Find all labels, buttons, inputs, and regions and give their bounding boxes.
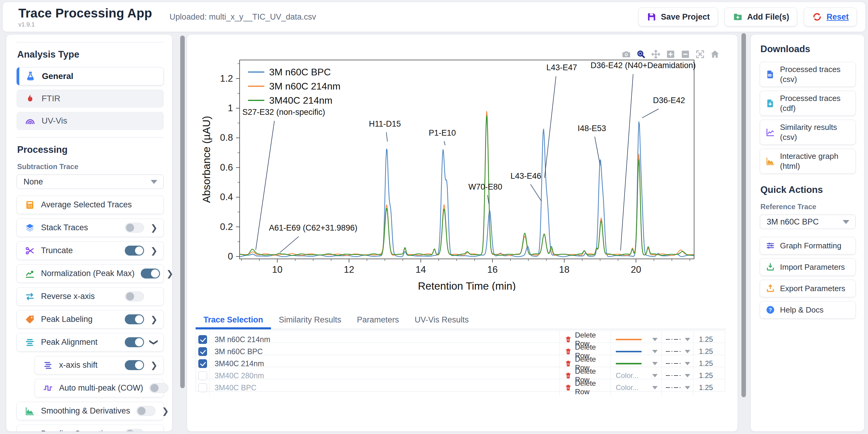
svg-text:18: 18 [559, 264, 569, 275]
processing-item-auto-multi-peak-cow-[interactable]: Auto multi-peak (COW)❯ [35, 379, 164, 397]
svg-text:3M n60C BPC: 3M n60C BPC [269, 67, 331, 78]
sidebar-item-label: FTIR [41, 94, 60, 103]
swap-arrows-icon [25, 291, 35, 302]
chevron-right-icon[interactable]: ❯ [150, 314, 158, 324]
zoom-icon[interactable] [636, 49, 646, 59]
line-style-select[interactable] [661, 379, 693, 396]
processing-item-reverse-x-axis[interactable]: Reverse x-axis❯ [17, 287, 164, 306]
reset-axes-icon[interactable] [710, 49, 720, 59]
chevron-right-icon[interactable]: ❯ [150, 223, 158, 233]
autoscale-icon[interactable] [695, 49, 705, 59]
tab-uv-vis-results[interactable]: UV-Vis Results [407, 311, 477, 329]
sidebar-item-ftir[interactable]: FTIR [17, 90, 164, 107]
toggle-on[interactable] [125, 337, 144, 347]
tab-similarity-results[interactable]: Similarity Results [271, 311, 349, 329]
trash-icon [564, 347, 572, 355]
csv-file-icon: CSV [766, 70, 775, 79]
processing-item-label: Truncate [41, 246, 119, 255]
chromatogram-chart[interactable]: 10121416182000.20.40.60.811.2Retention T… [197, 41, 707, 292]
square-wave-icon [25, 429, 35, 432]
download-processed-traces-csv-[interactable]: CSVProcessed traces (csv) [760, 62, 856, 87]
toggle-off[interactable] [125, 223, 144, 233]
toggle-off[interactable] [125, 291, 144, 301]
download-interactive-graph-html-[interactable]: Interactive graph (html) [760, 149, 856, 174]
area-chart-icon [25, 406, 35, 416]
sidebar-scrollbar[interactable] [180, 36, 185, 388]
color-placeholder: Color... [616, 371, 639, 380]
checkbox-checked[interactable] [198, 359, 207, 368]
processing-item-x-axis-shift[interactable]: x-axis shift❯ [35, 356, 164, 374]
zoom-in-icon[interactable] [665, 49, 676, 59]
processing-item-label: Smoothing & Derivatives [41, 406, 130, 415]
sidebar-item-general[interactable]: General [17, 67, 164, 85]
checkbox-unchecked[interactable] [198, 371, 207, 380]
download-processed-traces-cdf-[interactable]: Processed traces (cdf) [760, 91, 856, 116]
delete-row-button[interactable]: Delete Row [560, 379, 611, 396]
chevron-right-icon[interactable]: ❯ [161, 406, 169, 416]
subtraction-trace-value: None [24, 177, 43, 187]
main-scrollbar[interactable] [741, 33, 746, 397]
toggle-on[interactable] [125, 246, 144, 255]
chevron-right-icon[interactable]: ❯ [166, 269, 173, 278]
similarity-chart-icon [766, 127, 775, 137]
toggle-on[interactable] [125, 314, 144, 324]
svg-text:CSV: CSV [768, 74, 772, 76]
help-icon: ? [766, 305, 775, 315]
chevron-down-icon[interactable]: ❯ [149, 430, 159, 432]
processing-item-label: Peak Labeling [41, 315, 119, 324]
uploaded-file-label: Uploaded: multi_x_y__TIC_UV_data.csv [170, 12, 316, 22]
rainbow-icon [25, 116, 36, 126]
action-help-docs[interactable]: ?Help & Docs [760, 301, 856, 318]
processing-item-baseline-correction[interactable]: Baseline Correction❯ [17, 425, 164, 432]
camera-icon[interactable] [621, 49, 631, 59]
processing-item-smoothing-derivatives[interactable]: Smoothing & Derivatives❯ [17, 402, 164, 420]
reset-button[interactable]: Reset [804, 7, 857, 26]
chevron-down-icon [685, 362, 690, 365]
tab-trace-selection[interactable]: Trace Selection [195, 311, 271, 329]
add-files-button[interactable]: Add File(s) [724, 7, 798, 26]
color-swatch [616, 351, 642, 352]
flame-icon [25, 93, 36, 104]
chart-line-icon [25, 269, 35, 279]
chevron-down-icon [151, 180, 157, 184]
page-title: Trace Processing App [19, 6, 152, 21]
processing-item-truncate[interactable]: Truncate❯ [17, 241, 164, 260]
color-select[interactable]: Color... [611, 379, 661, 396]
download-similarity-results-csv-[interactable]: Similarity results (csv) [760, 120, 856, 145]
toggle-off[interactable] [125, 429, 144, 432]
checkbox-checked[interactable] [198, 347, 207, 356]
save-project-button-label: Save Project [661, 12, 710, 22]
sidebar-item-uv-vis[interactable]: UV-Vis [17, 112, 164, 130]
toggle-on[interactable] [125, 360, 144, 370]
action-import-parameters[interactable]: Import Parameters [760, 258, 856, 276]
quick-actions-heading: Quick Actions [761, 184, 856, 195]
tab-parameters[interactable]: Parameters [349, 311, 407, 329]
action-export-parameters[interactable]: Export Parameters [760, 280, 856, 297]
zoom-out-icon[interactable] [680, 49, 690, 59]
svg-text:S27-E32 (non-specific): S27-E32 (non-specific) [242, 107, 325, 117]
save-project-button[interactable]: Save Project [638, 7, 718, 26]
reference-trace-select[interactable]: 3M n60C BPC [760, 215, 856, 229]
action-graph-formatting[interactable]: Graph Formatting [760, 237, 856, 254]
pan-icon[interactable] [651, 49, 661, 59]
toggle-off[interactable] [149, 383, 168, 393]
subtraction-trace-select[interactable]: None [17, 175, 164, 189]
chevron-right-icon[interactable]: ❯ [150, 246, 158, 255]
processing-item-label: Peak Alignment [41, 338, 119, 347]
toggle-off[interactable] [136, 406, 156, 416]
chevron-down-icon[interactable]: ❯ [149, 338, 159, 346]
processing-item-normalization-peak-max-[interactable]: Normalization (Peak Max)❯ [17, 264, 164, 283]
chevron-right-icon[interactable]: ❯ [150, 360, 158, 370]
svg-text:0.6: 0.6 [220, 162, 233, 173]
checkbox-unchecked[interactable] [198, 383, 207, 392]
checkbox-checked[interactable] [198, 335, 207, 344]
header-bar: Trace Processing App v1.9.1 Uploaded: mu… [2, 2, 866, 32]
processing-item-peak-alignment[interactable]: Peak Alignment❯ [17, 333, 164, 351]
line-width-field[interactable]: 1.25 [693, 379, 725, 396]
toggle-on[interactable] [141, 269, 160, 278]
svg-text:?: ? [769, 307, 772, 313]
processing-item-peak-labeling[interactable]: Peak Labeling❯ [17, 310, 164, 329]
processing-item-stack-traces[interactable]: Stack Traces❯ [17, 218, 164, 237]
processing-item-average-selected-traces[interactable]: Average Selected Traces❯ [17, 195, 164, 214]
table-row: 3M40C 214nmDelete Row1.25 [196, 355, 725, 367]
